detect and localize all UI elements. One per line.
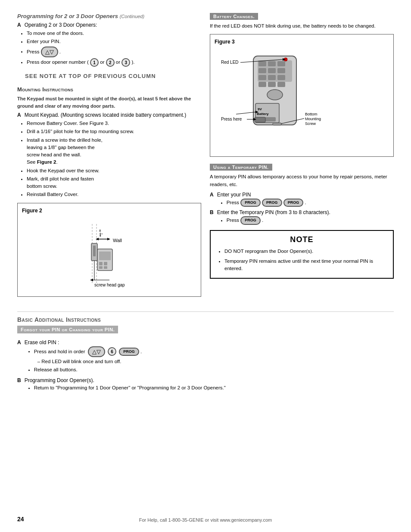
note-box: NOTE DO NOT reprogram the Door Opener(s)…: [210, 230, 394, 279]
temp-pin-label-b: B: [210, 209, 214, 215]
svg-rect-26: [277, 61, 285, 66]
prog-title-text: Programming for 2 or 3 Door Openers: [17, 13, 118, 19]
temp-pin-press-row: Press PROG PROG PROG .: [227, 199, 306, 207]
bottom-b-content: Programming Door Opener(s). Return to "P…: [25, 377, 226, 392]
svg-text:1": 1": [99, 233, 103, 237]
svg-rect-33: [258, 82, 266, 87]
figure-3-box: Figure 3: [210, 34, 394, 157]
bottom-label-a: A: [17, 339, 21, 345]
label-a: A: [17, 22, 21, 28]
prog-b1: Return to "Programming for 1 Door Opener…: [34, 384, 226, 392]
temp-pin-press2-row: Press PROG .: [227, 216, 330, 225]
svg-rect-16: [99, 266, 103, 269]
figure-3-svg: 9V Battery Red LED: [219, 52, 339, 146]
page: Programming for 2 or 3 Door Openers (Con…: [0, 0, 411, 532]
mount-b6: Reinstall Battery Cover.: [27, 191, 201, 198]
svg-text:Wall: Wall: [113, 238, 122, 243]
close-paren: ).: [131, 59, 134, 65]
mounting-title-text: Mounting Instructions: [17, 86, 73, 93]
battery-body: If the red LED does NOT blink during use…: [210, 22, 394, 30]
mount-item-a-text: Mount Keypad. (Mounting screws located i…: [25, 112, 187, 118]
mount-b2: Drill a 1/16" pilot hole for the top mou…: [27, 128, 201, 135]
divider: [17, 311, 394, 312]
svg-rect-32: [277, 75, 285, 80]
prog-bullets: To move one of the doors. Enter your PIN…: [17, 30, 201, 67]
figure-2-label: Figure 2: [22, 208, 196, 214]
btn-1: 1: [90, 58, 99, 67]
svg-rect-43: [255, 117, 265, 122]
svg-text:Mounting: Mounting: [305, 117, 321, 121]
continued-label: (Continued): [120, 14, 144, 19]
svg-point-36: [267, 90, 283, 100]
hold-prog-btn: PROG: [119, 348, 139, 356]
period: .: [305, 200, 306, 205]
erase-led: – Red LED will blink once and turn off.: [37, 358, 142, 365]
or2: or: [116, 59, 121, 65]
note-item-2: Temporary PIN remains active until the n…: [224, 258, 387, 273]
hold-6-btn: 6: [108, 347, 116, 356]
prog-btn-3: PROG: [283, 199, 304, 207]
period: .: [59, 49, 61, 54]
figure-3-inner: 9V Battery Red LED: [215, 47, 389, 152]
svg-text:Red LED: Red LED: [221, 60, 239, 65]
bullet-door-num: Press door opener number ( 1 or 2 or 3 )…: [27, 58, 201, 67]
svg-text:9V: 9V: [258, 107, 262, 111]
press-label: Press: [227, 200, 239, 205]
svg-rect-35: [277, 82, 285, 87]
svg-marker-4: [107, 238, 110, 240]
page-number: 24: [17, 516, 24, 523]
figure-2-inner: 1" 8 Wall: [22, 216, 196, 292]
bottom-item-a: A Erase old PIN : Press and hold in orde…: [17, 339, 394, 375]
svg-line-47: [236, 112, 255, 114]
press2-label: Press: [227, 218, 239, 223]
main-content: Programming for 2 or 3 Door Openers (Con…: [17, 13, 394, 301]
temp-pin-press-list: Press PROG PROG PROG .: [217, 199, 306, 207]
figure-2-box: Figure 2 1" 8: [17, 203, 201, 297]
svg-marker-3: [96, 238, 99, 240]
forgot-bar-wrap: Forgot your PIN or Changing your PIN.: [17, 326, 394, 337]
svg-rect-17: [104, 266, 107, 269]
hold-arrow-btn: △▽: [88, 346, 105, 358]
battery-section: Battery Changes. If the red LED does NOT…: [210, 13, 394, 157]
bullet-move: To move one of the doors.: [27, 30, 201, 37]
svg-rect-24: [258, 61, 266, 66]
prog-btn-2: PROG: [262, 199, 282, 207]
note-title: NOTE: [217, 235, 387, 244]
svg-rect-42: [273, 123, 281, 125]
or1: or: [100, 59, 106, 65]
mount-b4: Hook the Keypad over the screw.: [27, 167, 201, 174]
battery-bar: Battery Changes.: [210, 13, 394, 22]
period2: .: [262, 218, 263, 223]
battery-title: Battery Changes.: [210, 13, 258, 20]
hold-period: .: [140, 348, 142, 354]
bottom-item-b: B Programming Door Opener(s). Return to …: [17, 377, 394, 392]
bottom-a-content: Erase old PIN : Press and hold in order …: [25, 339, 142, 375]
mount-b3: Install a screw into the drilled hole,le…: [27, 137, 201, 166]
temp-pin-press2-list: Press PROG .: [217, 216, 330, 225]
mounting-title: Mounting Instructions: [17, 86, 201, 93]
prog-btn-single: PROG: [240, 216, 261, 225]
see-note: SEE NOTE AT TOP OF PREVIOUS COLUMN: [25, 73, 201, 79]
bullet-pin: Enter your PIN.: [27, 38, 201, 45]
mount-item-a: A Mount Keypad. (Mounting screws located…: [17, 112, 201, 118]
btn-2: 2: [106, 58, 115, 67]
note-list: DO NOT reprogram the Door Opener(s). Tem…: [217, 248, 387, 273]
temp-pin-label-a: A: [210, 192, 214, 198]
svg-marker-20: [90, 279, 93, 281]
erase-b2: Release all buttons.: [34, 366, 142, 373]
temp-pin-item-a: A Enter your PIN Press PROG PROG PROG .: [210, 192, 394, 208]
svg-rect-31: [268, 75, 276, 80]
basic-title: Basic Additional Instructions: [17, 316, 394, 323]
svg-text:Screw: Screw: [305, 121, 316, 126]
mount-b5: Mark, drill pilot hole and fastenbottom …: [27, 175, 201, 190]
temp-pin-b-content: Enter the Temporary PIN (from 3 to 8 cha…: [217, 209, 330, 226]
prog-btn-1: PROG: [240, 199, 261, 207]
svg-rect-25: [268, 61, 276, 66]
btn-3: 3: [121, 58, 130, 67]
note-item-1: DO NOT reprogram the Door Opener(s).: [224, 248, 387, 255]
forgot-bar: Forgot your PIN or Changing your PIN.: [17, 326, 118, 333]
svg-rect-27: [258, 68, 266, 73]
press-label: Press: [27, 49, 39, 54]
temp-pin-item-b: B Enter the Temporary PIN (from 3 to 8 c…: [210, 209, 394, 226]
svg-text:Battery: Battery: [257, 112, 269, 116]
